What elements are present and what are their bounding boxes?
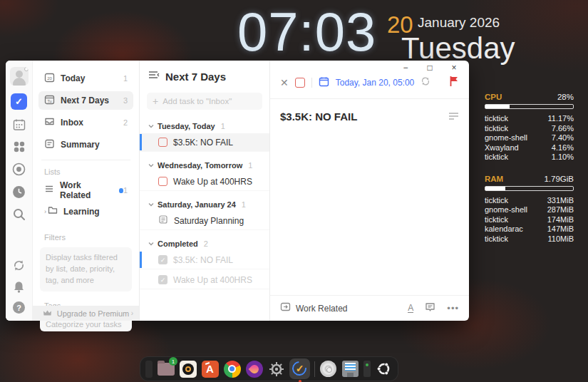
task-checkbox-checked[interactable]: ✓ <box>158 275 167 284</box>
matrix-grid-icon[interactable] <box>12 140 26 154</box>
avatar-head <box>16 71 23 78</box>
task-list-panel: Next 7 Days + Add task to "Inbox" Tuesda… <box>140 61 270 321</box>
sidebar-item-label: Summary <box>61 140 128 150</box>
minimized-window-icon[interactable] <box>145 361 153 378</box>
detail-list-icon[interactable] <box>448 110 459 123</box>
list-lines-icon <box>44 184 54 197</box>
files-app-icon[interactable]: 1 <box>157 360 175 378</box>
close-detail-icon[interactable]: ✕ <box>280 77 289 88</box>
sidebar-list-work-related[interactable]: Work Related 1 <box>38 182 133 199</box>
group-count: 1 <box>242 200 246 209</box>
priority-flag-icon[interactable] <box>449 76 459 90</box>
sidebar-divider <box>41 160 130 160</box>
photos-flame-icon[interactable] <box>245 360 263 378</box>
task-title: Wake Up at 400HRS <box>173 275 252 285</box>
phone-device-icon[interactable] <box>363 361 371 377</box>
add-task-input[interactable]: + Add task to "Inbox" <box>147 93 262 110</box>
sidebar-item-summary[interactable]: Summary <box>38 135 133 154</box>
toolbar-divider <box>311 78 312 88</box>
avatar[interactable] <box>10 67 29 86</box>
group-header-wednesday[interactable]: Wednesday, Tomorrow 1 <box>140 158 269 172</box>
sidebar-item-inbox[interactable]: Inbox 2 <box>38 113 133 132</box>
more-options-icon[interactable]: ••• <box>447 303 459 314</box>
add-task-placeholder: Add task to "Inbox" <box>163 97 232 105</box>
move-to-list-icon[interactable] <box>280 301 291 315</box>
detail-task-checkbox[interactable] <box>295 78 305 88</box>
habit-clock-icon[interactable] <box>11 185 26 200</box>
due-date-label[interactable]: Today, Jan 20, 05:00 <box>336 78 415 88</box>
list-label: Learning <box>63 207 100 217</box>
group-label: Completed <box>158 239 198 248</box>
a-app-icon[interactable]: A <box>201 360 219 378</box>
icon-rail: ✓ ? <box>6 61 33 321</box>
task-title-input[interactable]: $3.5K: NO FAIL <box>280 110 448 123</box>
svg-text:Tu: Tu <box>47 98 51 103</box>
svg-text:20: 20 <box>47 76 52 81</box>
filters-hint[interactable]: Display tasks filtered by list, date, pr… <box>40 247 132 291</box>
task-row[interactable]: $3.5K: NO FAIL <box>140 133 269 152</box>
summary-doc-icon <box>44 138 55 152</box>
search-icon[interactable] <box>12 207 26 222</box>
help-icon[interactable]: ? <box>13 301 25 314</box>
upgrade-premium-button[interactable]: Upgrade to Premium › <box>33 306 139 321</box>
chevron-down-icon <box>148 163 154 167</box>
a-glyph: A <box>202 361 219 378</box>
group-count: 1 <box>221 122 225 130</box>
group-header-tuesday[interactable]: Tuesday, Today 1 <box>140 118 269 133</box>
panel-title: Next 7 Days <box>165 71 226 83</box>
notification-bell-icon[interactable] <box>12 280 26 294</box>
cpu-bar <box>485 104 574 109</box>
process-row: gnome-shell7.40% <box>485 133 574 143</box>
sidebar-list-learning[interactable]: › Learning <box>38 203 133 220</box>
backup-floppy-icon[interactable] <box>341 360 359 378</box>
task-checkbox[interactable] <box>158 177 167 186</box>
ubuntu-apps-icon[interactable] <box>375 360 393 378</box>
group-header-saturday[interactable]: Saturday, January 24 1 <box>140 197 269 212</box>
focus-target-icon[interactable] <box>11 162 26 177</box>
tasks-app-icon[interactable]: ✓ <box>11 93 27 110</box>
disc-app-icon[interactable] <box>319 360 337 378</box>
flame-shape <box>246 361 263 378</box>
sync-icon[interactable] <box>12 259 26 272</box>
calendar-icon[interactable] <box>319 76 329 90</box>
cpu-value: 28% <box>557 93 574 101</box>
collapse-sidebar-icon[interactable] <box>148 70 160 83</box>
repeat-icon[interactable] <box>421 76 430 89</box>
task-row[interactable]: ✓ $3.5K: NO FAIL <box>140 251 269 269</box>
list-panel-header: Next 7 Days <box>140 70 269 83</box>
sidebar-item-today[interactable]: 20 Today 1 <box>38 69 133 88</box>
ticktick-check: ✓ <box>289 358 310 378</box>
settings-gear-icon[interactable] <box>267 360 285 378</box>
floppy-shape <box>342 361 359 377</box>
selection-bar <box>140 134 142 150</box>
list-label: Work Related <box>60 180 109 200</box>
chrome-shape <box>224 361 241 378</box>
close-button[interactable]: × <box>449 63 459 73</box>
task-checkbox[interactable] <box>158 138 167 147</box>
cpu-bar-fill <box>485 105 510 108</box>
calendar-icon[interactable] <box>12 118 26 132</box>
maximize-button[interactable]: □ <box>425 63 435 73</box>
upgrade-label: Upgrade to Premium <box>57 309 130 318</box>
task-row[interactable]: Saturday Planning <box>140 212 269 230</box>
music-app-icon[interactable] <box>179 360 197 378</box>
task-row[interactable]: ✓ Wake Up at 400HRS <box>140 271 269 289</box>
task-list-name[interactable]: Work Related <box>296 304 347 314</box>
ticktick-dock-icon[interactable]: ✓ <box>289 358 310 379</box>
group-label: Wednesday, Tomorrow <box>158 161 242 170</box>
window-controls: − □ × <box>401 63 459 73</box>
group-header-completed[interactable]: Completed 2 <box>140 236 269 251</box>
dock: 1 A ✓ <box>140 356 398 381</box>
sidebar-item-next7days[interactable]: Tu Next 7 Days 3 <box>38 91 133 110</box>
group-label: Saturday, January 24 <box>158 200 236 209</box>
task-checkbox-checked[interactable]: ✓ <box>158 255 167 264</box>
avatar-status-dot <box>24 67 29 71</box>
list-count: 1 <box>123 186 128 195</box>
chevron-right-icon[interactable]: › <box>44 208 46 215</box>
ticktick-window: − □ × ✓ ? <box>6 61 469 321</box>
text-format-icon[interactable]: A <box>408 304 413 313</box>
comment-icon[interactable] <box>425 302 435 315</box>
task-row[interactable]: Wake Up at 400HRS <box>140 172 269 191</box>
chrome-icon[interactable] <box>223 360 241 378</box>
minimize-button[interactable]: − <box>401 63 411 73</box>
